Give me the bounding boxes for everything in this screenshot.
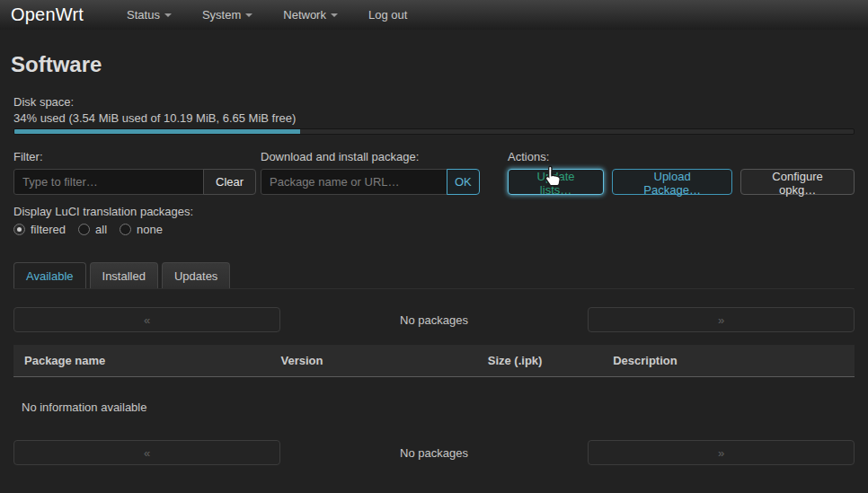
radio-filtered-label: filtered	[31, 223, 66, 236]
page-title: Software	[11, 52, 855, 77]
column-description: Description	[602, 345, 855, 377]
translation-section: Display LuCI translation packages: filte…	[13, 205, 855, 236]
prev-page-button[interactable]: «	[13, 307, 280, 332]
radio-none-label: none	[137, 223, 163, 236]
translation-label: Display LuCI translation packages:	[13, 205, 855, 218]
nav-item-status-label: Status	[127, 8, 160, 22]
radio-all-label: all	[95, 223, 107, 236]
main-nav: Status System Network Log out	[127, 8, 407, 22]
nav-item-system-label: System	[202, 8, 241, 22]
next-page-button[interactable]: »	[588, 307, 855, 332]
pagination-status: No packages	[280, 313, 588, 327]
disk-space-section: Disk space: 34% used (3.54 MiB used of 1…	[13, 95, 855, 135]
nav-item-logout[interactable]: Log out	[368, 8, 407, 22]
update-lists-button[interactable]: Update lists…	[508, 169, 604, 195]
chevron-down-icon	[331, 13, 338, 17]
package-tabs: Available Installed Updates	[13, 262, 855, 289]
download-section: Download and install package: OK	[261, 150, 508, 195]
disk-usage-text: 34% used (3.54 MiB used of 10.19 MiB, 6.…	[13, 111, 855, 125]
column-package-name: Package name	[13, 345, 270, 377]
ok-button[interactable]: OK	[447, 169, 480, 195]
nav-item-status[interactable]: Status	[127, 8, 172, 22]
radio-all[interactable]: all	[78, 223, 107, 236]
radio-icon	[120, 224, 131, 235]
filter-section: Filter: Clear	[13, 150, 261, 195]
main-content: Software Disk space: 34% used (3.54 MiB …	[0, 52, 868, 465]
radio-filtered[interactable]: filtered	[13, 223, 66, 236]
configure-opkg-button[interactable]: Configure opkg…	[740, 169, 855, 195]
upload-package-button[interactable]: Upload Package…	[612, 169, 732, 195]
radio-none[interactable]: none	[120, 223, 163, 236]
disk-usage-fill	[14, 129, 300, 134]
radio-icon	[13, 224, 25, 235]
filter-input[interactable]	[13, 169, 204, 195]
download-label: Download and install package:	[261, 150, 508, 163]
tab-updates[interactable]: Updates	[162, 262, 230, 288]
nav-item-system[interactable]: System	[202, 8, 252, 22]
disk-space-label: Disk space:	[13, 95, 855, 109]
chevron-down-icon	[245, 13, 252, 17]
controls-row: Filter: Clear Download and install packa…	[13, 150, 855, 195]
column-version: Version	[270, 345, 476, 377]
column-size: Size (.ipk)	[477, 345, 602, 377]
actions-section: Actions: Update lists… Upload Package… C…	[508, 150, 855, 195]
table-header-row: Package name Version Size (.ipk) Descrip…	[13, 345, 855, 377]
package-table: Package name Version Size (.ipk) Descrip…	[13, 345, 855, 377]
nav-item-network-label: Network	[283, 8, 326, 22]
top-navbar: OpenWrt Status System Network Log out	[0, 0, 868, 30]
pagination-status: No packages	[280, 446, 588, 460]
pagination-bottom: « No packages »	[13, 440, 855, 465]
disk-usage-bar	[13, 128, 855, 135]
prev-page-button[interactable]: «	[13, 440, 280, 465]
nav-item-network[interactable]: Network	[283, 8, 338, 22]
radio-icon	[78, 224, 90, 235]
empty-table-message: No information available	[22, 401, 855, 414]
filter-label: Filter:	[13, 150, 261, 163]
tab-available[interactable]: Available	[13, 262, 86, 288]
actions-label: Actions:	[508, 150, 855, 163]
clear-button[interactable]: Clear	[203, 169, 256, 195]
next-page-button[interactable]: »	[588, 440, 855, 465]
nav-item-logout-label: Log out	[368, 8, 407, 22]
package-url-input[interactable]	[261, 169, 447, 195]
tab-installed[interactable]: Installed	[90, 262, 158, 288]
brand-logo[interactable]: OpenWrt	[11, 4, 84, 25]
chevron-down-icon	[164, 13, 172, 17]
pagination-top: « No packages »	[13, 307, 855, 332]
